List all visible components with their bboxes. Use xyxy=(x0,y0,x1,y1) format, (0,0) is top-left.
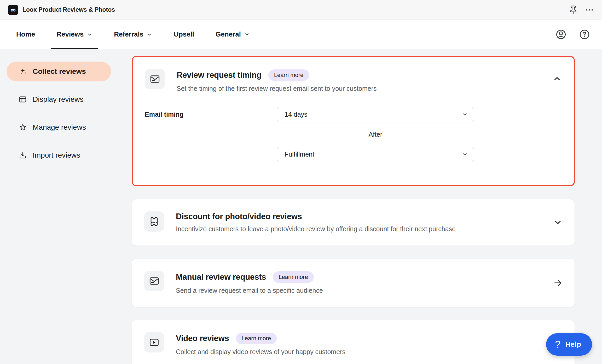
learn-more-badge[interactable]: Learn more xyxy=(236,333,277,344)
after-connector-label: After xyxy=(277,129,474,140)
mail-icon xyxy=(145,69,165,89)
card-description: Set the timing of the first review reque… xyxy=(177,84,541,93)
expand-card-button[interactable] xyxy=(553,218,563,227)
topbar-actions xyxy=(569,5,594,15)
chevron-down-icon xyxy=(87,32,92,37)
card-text: Video reviews Learn more Collect and dis… xyxy=(176,332,563,356)
select-value: 14 days xyxy=(285,111,308,118)
card-header: Discount for photo/video reviews Incenti… xyxy=(132,199,575,246)
card-discount-photo-video: Discount for photo/video reviews Incenti… xyxy=(132,199,575,246)
sidebar: Collect reviews Display reviews Manage r… xyxy=(0,49,123,364)
sidebar-item-collect-reviews[interactable]: Collect reviews xyxy=(7,62,111,81)
chevron-down-icon xyxy=(147,32,152,37)
nav-item-referrals[interactable]: Referrals xyxy=(108,20,158,49)
nav-label: Upsell xyxy=(174,30,194,38)
browser-window-icon xyxy=(19,95,27,104)
question-mark-icon: ? xyxy=(555,339,560,349)
email-timing-label: Email timing xyxy=(145,107,277,162)
card-title: Video reviews xyxy=(176,334,229,343)
card-text: Manual review requests Learn more Send a… xyxy=(176,271,542,295)
account-icon[interactable] xyxy=(555,28,567,40)
nav-label: General xyxy=(216,30,241,38)
loox-logo-glyph: ∞ xyxy=(10,6,16,14)
page-body: Collect reviews Display reviews Manage r… xyxy=(0,49,602,364)
help-fab-button[interactable]: ? Help xyxy=(546,333,592,356)
card-header: Manual review requests Learn more Send a… xyxy=(132,259,575,307)
card-description: Incentivize customers to leave a photo/v… xyxy=(176,225,542,234)
chevron-down-icon xyxy=(244,32,250,37)
topbar: ∞ Loox Product Reviews & Photos xyxy=(0,0,602,20)
card-title: Review request timing xyxy=(177,70,262,80)
nav-label: Reviews xyxy=(56,30,84,38)
ticket-icon xyxy=(144,211,164,232)
form-controls: 14 days After Fulfillment xyxy=(277,107,474,162)
nav-items: Home Reviews Referrals Upsell General xyxy=(10,20,256,49)
card-review-request-timing: Review request timing Learn more Set the… xyxy=(132,56,575,186)
email-timing-form: Email timing 14 days After Fulfillment xyxy=(133,93,574,185)
help-circle-icon[interactable] xyxy=(578,28,591,40)
nav-item-home[interactable]: Home xyxy=(10,20,41,49)
sidebar-item-label: Display reviews xyxy=(33,95,84,104)
nav-label: Home xyxy=(16,30,35,38)
topbar-left: ∞ Loox Product Reviews & Photos xyxy=(8,5,115,15)
card-video-reviews: Video reviews Learn more Collect and dis… xyxy=(132,320,575,364)
card-title: Discount for photo/video reviews xyxy=(176,212,302,221)
nav-label: Referrals xyxy=(114,30,143,38)
main-content: Review request timing Learn more Set the… xyxy=(123,49,602,364)
nav-item-upsell[interactable]: Upsell xyxy=(168,20,200,49)
chevron-down-icon xyxy=(461,151,468,158)
card-description: Send a review request email to a specifi… xyxy=(176,286,542,295)
open-card-button[interactable] xyxy=(553,278,563,288)
select-value: Fulfillment xyxy=(285,151,314,158)
collapse-card-button[interactable] xyxy=(552,74,562,83)
card-title: Manual review requests xyxy=(176,272,266,282)
more-menu-icon[interactable] xyxy=(585,5,594,15)
learn-more-badge[interactable]: Learn more xyxy=(268,69,309,81)
sidebar-item-import-reviews[interactable]: Import reviews xyxy=(7,145,111,165)
app-title: Loox Product Reviews & Photos xyxy=(22,6,115,13)
card-text: Discount for photo/video reviews Incenti… xyxy=(176,211,542,234)
pin-icon[interactable] xyxy=(569,5,578,15)
nav-item-general[interactable]: General xyxy=(210,20,256,49)
chevron-down-icon xyxy=(461,111,468,118)
card-manual-review-requests: Manual review requests Learn more Send a… xyxy=(132,259,575,307)
trigger-event-select[interactable]: Fulfillment xyxy=(277,147,474,162)
chevron-up-icon xyxy=(552,74,562,83)
sidebar-item-label: Import reviews xyxy=(33,151,80,159)
card-text: Review request timing Learn more Set the… xyxy=(177,69,541,93)
email-timing-select[interactable]: 14 days xyxy=(277,107,474,122)
card-description: Collect and display video reviews of you… xyxy=(176,348,563,356)
sidebar-item-manage-reviews[interactable]: Manage reviews xyxy=(7,117,111,137)
card-header: Review request timing Learn more Set the… xyxy=(133,57,574,93)
chevron-down-icon xyxy=(553,218,563,227)
mail-icon xyxy=(144,271,164,291)
card-header: Video reviews Learn more Collect and dis… xyxy=(132,320,575,364)
main-nav: Home Reviews Referrals Upsell General xyxy=(0,20,602,49)
arrow-right-icon xyxy=(553,278,563,288)
nav-right-actions xyxy=(555,20,591,49)
star-icon xyxy=(19,123,27,132)
loox-logo-icon: ∞ xyxy=(8,5,18,15)
help-fab-label: Help xyxy=(565,340,581,349)
import-icon xyxy=(19,151,27,159)
sparkle-icon xyxy=(19,67,27,76)
sidebar-item-label: Collect reviews xyxy=(33,67,86,76)
sidebar-item-display-reviews[interactable]: Display reviews xyxy=(7,89,111,109)
sidebar-item-label: Manage reviews xyxy=(33,123,86,132)
nav-item-reviews[interactable]: Reviews xyxy=(51,20,98,49)
video-icon xyxy=(144,332,164,353)
learn-more-badge[interactable]: Learn more xyxy=(273,271,314,283)
